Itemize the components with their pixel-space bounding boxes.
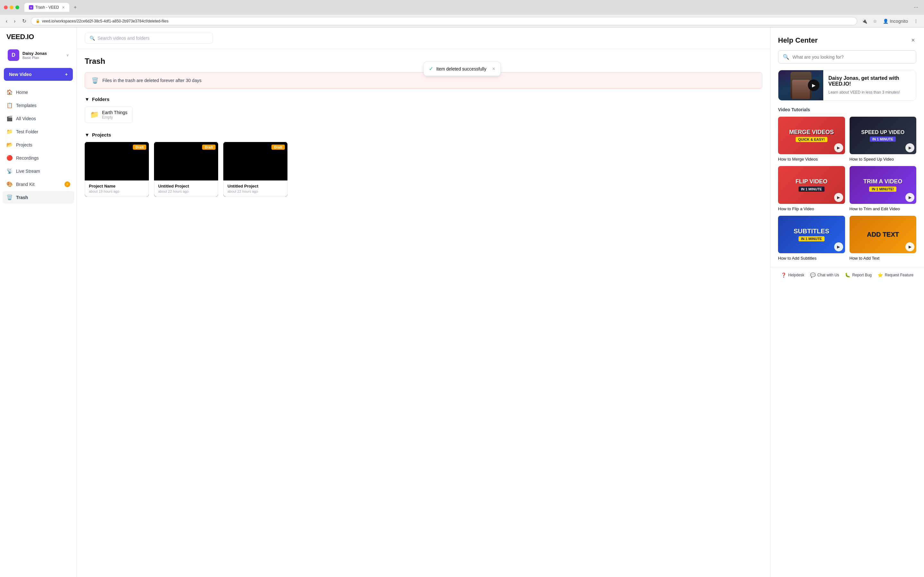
sidebar-item-test-folder[interactable]: 📁 Test Folder — [3, 125, 74, 138]
user-plan: Basic Plan — [23, 56, 63, 60]
help-search-icon: 🔍 — [783, 54, 789, 60]
help-footer-feature[interactable]: ⭐ Request Feature — [877, 272, 913, 277]
tutorial-thumbnail-trim: TRIM A VIDEO IN 1 MINUTE! ▶ — [850, 166, 917, 203]
folders-chevron-icon: ▼ — [85, 97, 89, 102]
browser-menu[interactable]: ⋮ — [912, 17, 920, 25]
tutorial-thumbnail-merge: MERGE VIDEOS QUICK & EASY! ▶ — [778, 117, 845, 154]
addtext-play-icon: ▶ — [905, 242, 914, 251]
recordings-icon: 🔴 — [6, 155, 13, 161]
new-video-button[interactable]: New Video + — [4, 68, 73, 81]
browser-titlebar: V Trash - VEED × + ⋯ — [0, 0, 924, 15]
projects-section-header[interactable]: ▼ Projects — [85, 132, 762, 137]
browser-dot-green[interactable] — [15, 5, 19, 9]
project-card[interactable]: Draft Untitled Project about 22 hours ag… — [223, 142, 288, 197]
brand-kit-icon: 🎨 — [6, 181, 13, 187]
help-center-title: Help Center — [778, 36, 817, 45]
help-search-input[interactable] — [792, 55, 911, 60]
sidebar-item-label: Home — [16, 90, 28, 95]
thumb-subtitle-speed: IN 1 MINUTE — [870, 137, 896, 142]
intro-play-button[interactable]: ▶ — [808, 79, 819, 91]
browser-tab-close[interactable]: × — [62, 5, 65, 10]
thumb-title-subtitles: SUBTITLES — [794, 227, 829, 235]
main-content: 🔍 Search videos and folders Trash 🗑️ Fil… — [77, 27, 770, 577]
help-center-close-button[interactable]: × — [910, 35, 916, 45]
projects-icon: 📂 — [6, 142, 13, 148]
sidebar-item-templates[interactable]: 📋 Templates — [3, 99, 74, 111]
folder-name: Earth Things — [102, 110, 128, 115]
sidebar: VEED.IO D Daisy Jonas Basic Plan ∨ New V… — [0, 27, 77, 577]
test-folder-icon: 📁 — [6, 129, 13, 135]
project-info: Project Name about 19 hours ago — [85, 181, 149, 197]
browser-dot-red[interactable] — [4, 5, 8, 9]
sidebar-item-label: Live Stream — [16, 169, 40, 174]
chat-label: Chat with Us — [817, 273, 839, 277]
projects-section-title: Projects — [92, 132, 111, 137]
sidebar-item-projects[interactable]: 📂 Projects — [3, 139, 74, 151]
project-badge: Draft — [271, 145, 285, 150]
tutorial-card-merge[interactable]: MERGE VIDEOS QUICK & EASY! ▶ How to Merg… — [778, 117, 845, 161]
tutorial-card-speed[interactable]: SPEED UP VIDEO IN 1 MINUTE ▶ How to Spee… — [850, 117, 917, 161]
folders-grid: 📁 Earth Things Empty — [85, 106, 762, 123]
browser-dot-yellow[interactable] — [10, 5, 13, 9]
user-menu-trigger[interactable]: D Daisy Jonas Basic Plan ∨ — [3, 46, 74, 64]
tutorial-card-trim[interactable]: TRIM A VIDEO IN 1 MINUTE! ▶ How to Trim … — [850, 166, 917, 211]
tutorial-label-flip: How to Flip a Video — [778, 206, 845, 211]
browser-reload[interactable]: ↻ — [20, 17, 28, 25]
browser-url-bar[interactable]: 🔒 veed.io/workspaces/22ce6d2f-38c5-4df1-… — [31, 17, 858, 25]
browser-minimize[interactable]: ⋯ — [912, 3, 920, 11]
search-box[interactable]: 🔍 Search videos and folders — [85, 33, 213, 44]
sidebar-nav: 🏠 Home 📋 Templates 🎬 All Videos 📁 Test F… — [0, 86, 77, 574]
helpdesk-label: Helpdesk — [788, 273, 804, 277]
sidebar-item-trash[interactable]: 🗑️ Trash — [3, 191, 74, 203]
help-footer-chat[interactable]: 💬 Chat with Us — [810, 272, 839, 277]
thumb-title-trim: TRIM A VIDEO — [863, 178, 903, 185]
browser-forward[interactable]: › — [12, 17, 17, 25]
help-footer-helpdesk[interactable]: ❓ Helpdesk — [781, 272, 804, 277]
browser-tab-new[interactable]: + — [72, 3, 79, 12]
sidebar-item-recordings[interactable]: 🔴 Recordings — [3, 152, 74, 164]
app-logo: VEED.IO — [0, 33, 77, 46]
subtitles-play-icon: ▶ — [834, 242, 843, 251]
toast-notification: ✓ Item deleted successfully × — [423, 61, 501, 76]
help-intro-card[interactable]: ▶ Daisy Jonas, get started with VEED.IO!… — [778, 70, 916, 101]
search-icon: 🔍 — [89, 35, 95, 41]
browser-extensions[interactable]: 🔌 — [860, 17, 869, 25]
project-name: Project Name — [89, 184, 145, 189]
sidebar-item-live-stream[interactable]: 📡 Live Stream — [3, 165, 74, 177]
browser-tab[interactable]: V Trash - VEED × — [24, 3, 69, 12]
folder-item[interactable]: 📁 Earth Things Empty — [85, 106, 133, 123]
helpdesk-icon: ❓ — [781, 272, 787, 277]
sidebar-item-label: All Videos — [16, 116, 36, 121]
project-card[interactable]: Draft Project Name about 19 hours ago — [85, 142, 149, 197]
trash-icon: 🗑️ — [6, 194, 13, 200]
browser-bookmark[interactable]: ☆ — [871, 17, 879, 25]
sidebar-item-brand-kit[interactable]: 🎨 Brand Kit ⚡ — [3, 178, 74, 190]
sidebar-item-all-videos[interactable]: 🎬 All Videos — [3, 112, 74, 125]
help-intro-content: Daisy Jonas, get started with VEED.IO! L… — [823, 70, 916, 100]
trash-notice-banner: 🗑️ Files in the trash are deleted foreve… — [85, 72, 762, 89]
sidebar-item-label: Projects — [16, 142, 32, 147]
project-thumbnail: Draft — [223, 142, 288, 181]
tutorial-thumbnail-addtext: ADD TEXT ▶ — [850, 216, 917, 253]
help-footer: ❓ Helpdesk 💬 Chat with Us 🐛 Report Bug ⭐… — [771, 267, 924, 283]
sidebar-item-home[interactable]: 🏠 Home — [3, 86, 74, 98]
tutorial-card-flip[interactable]: FLIP VIDEO IN 1 MINUTE ▶ How to Flip a V… — [778, 166, 845, 211]
bug-label: Report Bug — [852, 273, 872, 277]
help-footer-bug[interactable]: 🐛 Report Bug — [845, 272, 872, 277]
tutorial-card-addtext[interactable]: ADD TEXT ▶ How to Add Text — [850, 216, 917, 261]
toast-close-button[interactable]: × — [492, 66, 495, 72]
project-card[interactable]: Draft Untitled Project about 22 hours ag… — [154, 142, 218, 197]
tutorial-card-subtitles[interactable]: SUBTITLES IN 1 MINUTE ▶ How to Add Subti… — [778, 216, 845, 261]
project-badge: Draft — [202, 145, 216, 150]
projects-chevron-icon: ▼ — [85, 132, 89, 137]
templates-icon: 📋 — [6, 102, 13, 108]
project-info: Untitled Project about 22 hours ago — [223, 181, 288, 197]
help-search-box[interactable]: 🔍 — [778, 50, 916, 63]
browser-profile[interactable]: 👤 Incognito — [881, 17, 910, 25]
browser-toolbar: ‹ › ↻ 🔒 veed.io/workspaces/22ce6d2f-38c5… — [0, 15, 924, 27]
browser-back[interactable]: ‹ — [4, 17, 9, 25]
user-info: Daisy Jonas Basic Plan — [23, 51, 63, 60]
tutorials-section: Video Tutorials MERGE VIDEOS QUICK & EAS… — [771, 107, 924, 261]
folders-section-header[interactable]: ▼ Folders — [85, 97, 762, 102]
user-name: Daisy Jonas — [23, 51, 63, 56]
